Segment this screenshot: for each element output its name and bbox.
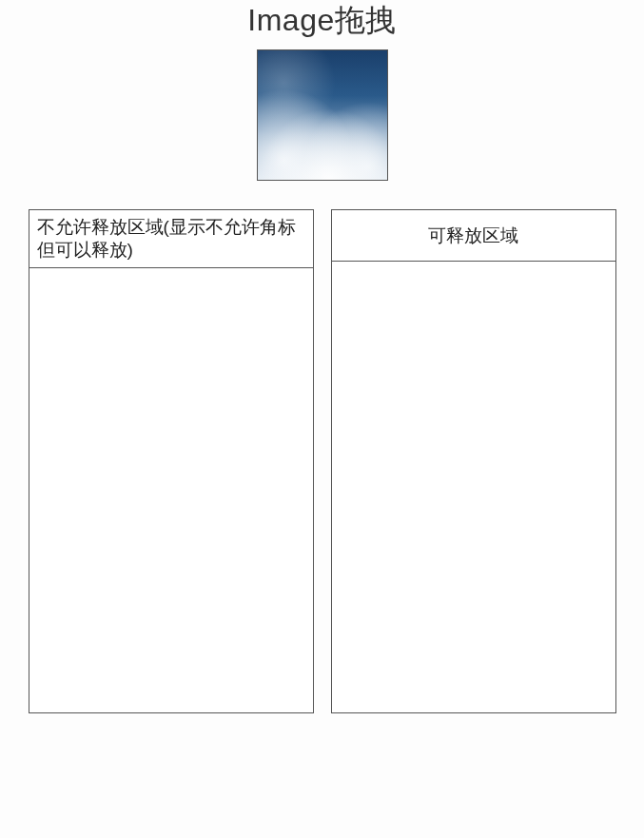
no-drop-zone-body[interactable] — [29, 268, 313, 719]
draggable-sky-image[interactable] — [257, 49, 388, 181]
svg-rect-4 — [258, 50, 387, 180]
page-title: Image拖拽 — [0, 0, 644, 42]
drop-zones-container: 不允许释放区域(显示不允许角标但可以释放) 可释放区域 — [0, 209, 644, 713]
drop-zone-body[interactable] — [332, 262, 615, 712]
drop-zone-header: 可释放区域 — [332, 210, 615, 262]
draggable-image-container — [0, 49, 644, 181]
no-drop-zone-header: 不允许释放区域(显示不允许角标但可以释放) — [29, 210, 313, 268]
no-drop-zone[interactable]: 不允许释放区域(显示不允许角标但可以释放) — [29, 209, 314, 713]
drop-zone[interactable]: 可释放区域 — [331, 209, 616, 713]
